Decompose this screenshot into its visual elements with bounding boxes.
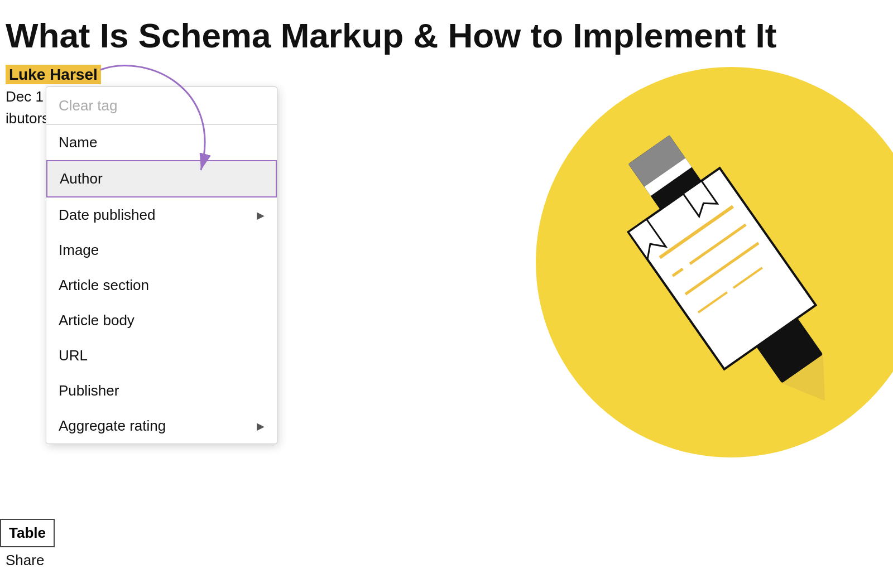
illustration-circle	[536, 67, 893, 457]
submenu-arrow-icon: ▶	[257, 420, 265, 432]
menu-item-date-published[interactable]: Date published▶	[46, 197, 277, 233]
share-link[interactable]: Share	[0, 550, 55, 571]
menu-item-image[interactable]: Image	[46, 233, 277, 268]
author-highlight: Luke Harsel	[6, 65, 101, 84]
clear-tag-item[interactable]: Clear tag	[46, 87, 277, 125]
submenu-arrow-icon: ▶	[257, 209, 265, 221]
menu-item-publisher[interactable]: Publisher	[46, 373, 277, 408]
table-tag[interactable]: Table	[0, 519, 55, 547]
menu-item-article-body[interactable]: Article body	[46, 303, 277, 338]
page-title: What Is Schema Markup & How to Implement…	[0, 0, 893, 60]
context-menu: Clear tag NameAuthorDate published▶Image…	[46, 86, 277, 444]
menu-item-article-section[interactable]: Article section	[46, 268, 277, 303]
menu-items-container: NameAuthorDate published▶ImageArticle se…	[46, 125, 277, 444]
menu-item-name[interactable]: Name	[46, 125, 277, 160]
menu-item-author[interactable]: Author	[46, 160, 277, 197]
menu-item-url[interactable]: URL	[46, 338, 277, 373]
bottom-items: Table Share	[0, 519, 55, 571]
menu-item-aggregate-rating[interactable]: Aggregate rating▶	[46, 408, 277, 444]
